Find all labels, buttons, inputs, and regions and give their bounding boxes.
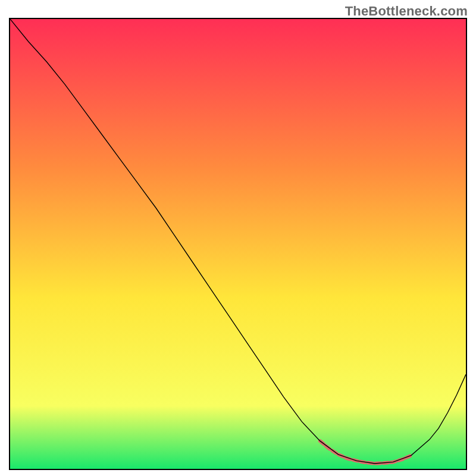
chart-background — [10, 19, 466, 469]
watermark-text: TheBottleneck.com — [345, 4, 468, 19]
chart-frame — [9, 18, 467, 470]
chart-canvas — [10, 19, 466, 469]
